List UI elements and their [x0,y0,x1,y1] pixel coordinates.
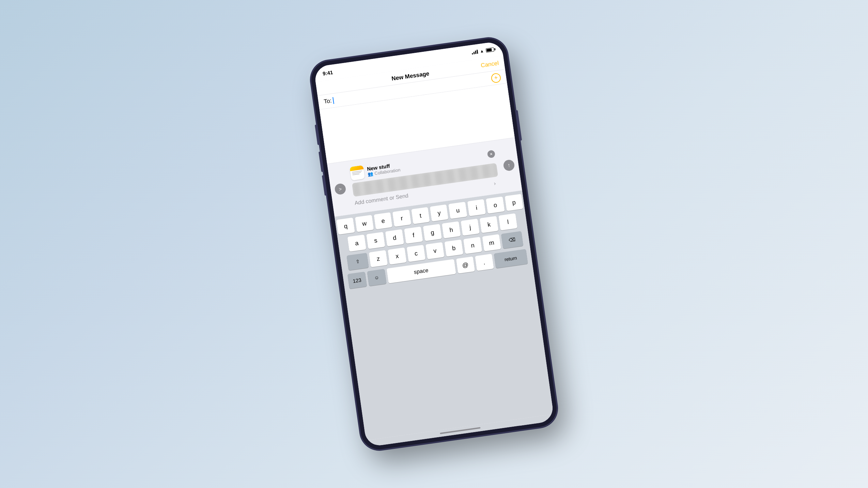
close-icon: × [490,152,493,157]
key-x[interactable]: x [388,247,407,265]
phone-frame: 9:41 ▲ New Message [309,36,559,452]
compose-title: New Message [391,70,430,82]
key-z[interactable]: z [369,250,388,268]
phone-wrapper: 9:41 ▲ New Message [309,36,559,452]
key-a[interactable]: a [347,234,367,252]
key-o[interactable]: o [486,197,505,214]
key-q[interactable]: q [336,217,355,234]
send-icon: ↑ [507,162,511,169]
expand-icon: > [339,186,342,192]
key-n[interactable]: n [463,237,482,254]
expand-button[interactable]: > [334,183,346,195]
key-e[interactable]: e [374,212,392,229]
key-v[interactable]: v [425,242,445,260]
key-b[interactable]: b [444,240,463,257]
key-l[interactable]: l [498,213,517,231]
collab-icon: 👥 [368,171,374,177]
key-t[interactable]: t [411,207,430,224]
key-m[interactable]: m [482,234,501,251]
status-icons: ▲ [471,47,494,55]
key-h[interactable]: h [442,221,461,239]
numbers-key[interactable]: 123 [347,272,367,289]
signal-icon [471,50,478,55]
suggestion-chevron-icon: › [493,180,496,187]
key-j[interactable]: j [461,218,480,236]
add-contact-icon: + [494,74,498,81]
send-button[interactable]: ↑ [503,159,515,171]
key-d[interactable]: d [385,229,404,247]
key-u[interactable]: u [449,202,467,219]
wifi-icon: ▲ [480,48,484,54]
shift-key[interactable]: ⇧ [346,253,369,271]
key-k[interactable]: k [480,216,499,233]
key-g[interactable]: g [423,224,442,241]
to-label: To: [323,97,332,105]
cancel-button[interactable]: Cancel [480,60,499,69]
key-y[interactable]: y [430,204,449,222]
key-r[interactable]: r [392,210,411,227]
emoji-key[interactable]: ☺ [367,269,387,286]
key-c[interactable]: c [407,245,426,262]
return-key[interactable]: return [494,249,528,269]
close-suggestion-button[interactable]: × [487,150,495,158]
key-p[interactable]: p [505,194,523,211]
keyboard: q w e r t y u i o p a s d f g [335,190,554,440]
at-key[interactable]: @ [456,257,475,274]
battery-icon [486,47,494,52]
to-cursor [332,97,334,104]
dot-key[interactable]: . [475,254,494,271]
key-f[interactable]: f [404,227,423,244]
status-time: 9:41 [322,69,333,76]
phone-screen: 9:41 ▲ New Message [313,41,554,447]
key-w[interactable]: w [355,215,374,232]
key-s[interactable]: s [366,232,385,249]
backspace-key[interactable]: ⌫ [501,231,524,249]
key-i[interactable]: i [467,199,486,216]
notes-app-icon [350,165,365,181]
